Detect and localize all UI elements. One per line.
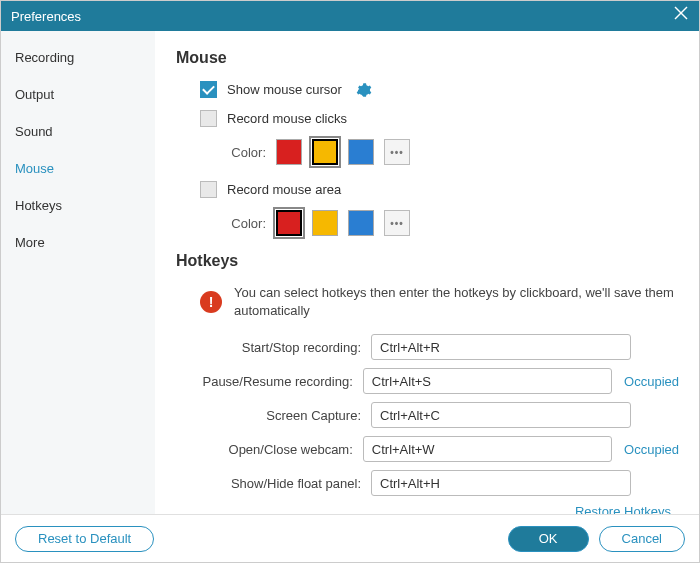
hotkey-row-start-stop: Start/Stop recording:: [176, 334, 679, 360]
sidebar-item-output[interactable]: Output: [1, 76, 155, 113]
clicks-color-blue[interactable]: [348, 139, 374, 165]
hotkey-row-screen-capture: Screen Capture:: [176, 402, 679, 428]
hotkey-label: Show/Hide float panel:: [176, 476, 361, 491]
alert-text: You can select hotkeys then enter the ho…: [234, 284, 679, 320]
hotkey-row-pause-resume: Pause/Resume recording: Occupied: [176, 368, 679, 394]
reset-to-default-button[interactable]: Reset to Default: [15, 526, 154, 552]
body: Recording Output Sound Mouse Hotkeys Mor…: [1, 31, 699, 514]
window-title: Preferences: [11, 9, 81, 24]
sidebar-item-mouse[interactable]: Mouse: [1, 150, 155, 187]
sidebar-item-sound[interactable]: Sound: [1, 113, 155, 150]
hotkey-input-pause-resume[interactable]: [363, 368, 612, 394]
sidebar-item-hotkeys[interactable]: Hotkeys: [1, 187, 155, 224]
clicks-color-red[interactable]: [276, 139, 302, 165]
hotkey-input-float-panel[interactable]: [371, 470, 631, 496]
hotkeys-section: Hotkeys ! You can select hotkeys then en…: [176, 252, 679, 514]
close-icon[interactable]: [673, 5, 689, 24]
hotkeys-alert: ! You can select hotkeys then enter the …: [200, 284, 679, 320]
hotkey-input-screen-capture[interactable]: [371, 402, 631, 428]
record-clicks-label: Record mouse clicks: [227, 111, 347, 126]
hotkey-row-float-panel: Show/Hide float panel:: [176, 470, 679, 496]
occupied-badge: Occupied: [624, 442, 679, 457]
content: Mouse Show mouse cursor Record mouse cli…: [156, 31, 699, 514]
preferences-window: Preferences Recording Output Sound Mouse…: [0, 0, 700, 563]
hotkey-label: Start/Stop recording:: [176, 340, 361, 355]
record-clicks-checkbox[interactable]: [200, 110, 217, 127]
record-clicks-row: Record mouse clicks: [200, 110, 679, 127]
hotkey-label: Open/Close webcam:: [176, 442, 353, 457]
gear-icon[interactable]: [356, 82, 372, 98]
record-area-checkbox[interactable]: [200, 181, 217, 198]
area-color-blue[interactable]: [348, 210, 374, 236]
show-cursor-row: Show mouse cursor: [200, 81, 679, 98]
hotkey-label: Pause/Resume recording:: [176, 374, 353, 389]
restore-row: Restore Hotkeys: [176, 504, 679, 514]
hotkey-label: Screen Capture:: [176, 408, 361, 423]
clicks-color-yellow[interactable]: [312, 139, 338, 165]
hotkeys-heading: Hotkeys: [176, 252, 679, 270]
sidebar: Recording Output Sound Mouse Hotkeys Mor…: [1, 31, 156, 514]
clicks-color-more[interactable]: •••: [384, 139, 410, 165]
cancel-button[interactable]: Cancel: [599, 526, 685, 552]
record-area-row: Record mouse area: [200, 181, 679, 198]
occupied-badge: Occupied: [624, 374, 679, 389]
titlebar: Preferences: [1, 1, 699, 31]
hotkey-input-webcam[interactable]: [363, 436, 612, 462]
area-color-row: Color: •••: [216, 210, 679, 236]
record-area-label: Record mouse area: [227, 182, 341, 197]
restore-hotkeys-link[interactable]: Restore Hotkeys: [575, 504, 671, 514]
area-color-more[interactable]: •••: [384, 210, 410, 236]
area-color-red[interactable]: [276, 210, 302, 236]
area-color-label: Color:: [216, 216, 266, 231]
mouse-heading: Mouse: [176, 49, 679, 67]
sidebar-item-more[interactable]: More: [1, 224, 155, 261]
clicks-color-label: Color:: [216, 145, 266, 160]
clicks-color-row: Color: •••: [216, 139, 679, 165]
ok-button[interactable]: OK: [508, 526, 589, 552]
sidebar-item-recording[interactable]: Recording: [1, 39, 155, 76]
show-cursor-checkbox[interactable]: [200, 81, 217, 98]
hotkey-row-webcam: Open/Close webcam: Occupied: [176, 436, 679, 462]
footer: Reset to Default OK Cancel: [1, 514, 699, 562]
show-cursor-label: Show mouse cursor: [227, 82, 342, 97]
alert-icon: !: [200, 291, 222, 313]
area-color-yellow[interactable]: [312, 210, 338, 236]
hotkey-input-start-stop[interactable]: [371, 334, 631, 360]
